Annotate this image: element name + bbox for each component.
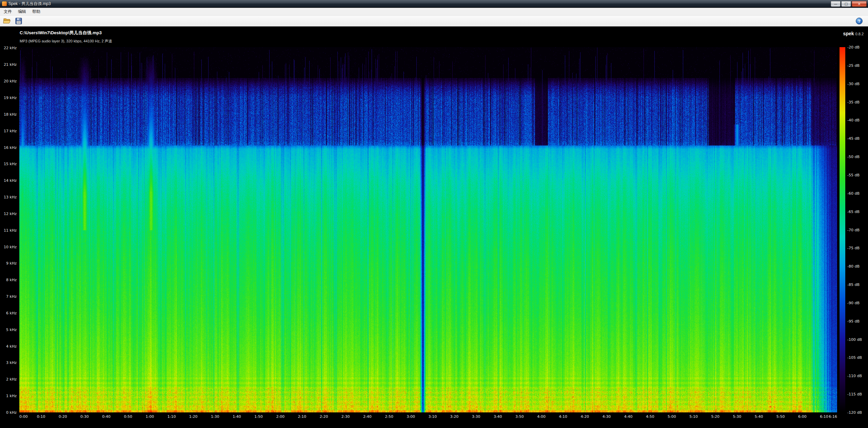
time-axis-label: 5:00 (668, 414, 676, 419)
time-axis-label: 2:40 (363, 414, 372, 419)
db-axis-label: -75 dB (847, 246, 860, 250)
time-axis-label: 0:10 (37, 414, 45, 419)
freq-axis-label: 19 kHz (4, 95, 17, 100)
db-axis-label: -120 dB (847, 410, 862, 415)
freq-axis-label: 0 kHz (6, 410, 17, 415)
freq-axis-label: 4 kHz (6, 344, 17, 348)
db-axis-label: -85 dB (847, 283, 860, 287)
db-axis-label: -110 dB (847, 374, 862, 378)
time-axis-label: 5:20 (711, 414, 719, 419)
maximize-button[interactable]: □ (841, 1, 851, 7)
time-axis-label: 1:00 (146, 414, 154, 419)
time-axis-label: 0:00 (19, 414, 28, 419)
time-axis-label: 0:20 (59, 414, 67, 419)
time-axis-label: 2:30 (341, 414, 350, 419)
time-axis-label: 4:30 (603, 414, 611, 419)
db-axis-label: -45 dB (847, 136, 860, 141)
client-area: C:\Users\Win7\Desktop\男儿当自强.mp3 MP3 (MPE… (0, 26, 868, 428)
file-path-title: C:\Users\Win7\Desktop\男儿当自强.mp3 (20, 30, 102, 36)
time-axis-label: 3:10 (428, 414, 437, 419)
time-axis-label: 3:30 (472, 414, 480, 419)
freq-axis-label: 11 kHz (4, 228, 17, 232)
time-axis-label: 0:30 (80, 414, 89, 419)
freq-axis-label: 7 kHz (6, 294, 17, 299)
save-button[interactable] (14, 16, 24, 25)
close-button[interactable]: × (852, 1, 867, 7)
app-window: Spek - 男儿当自强.mp3 — □ × 文件 编辑 帮助 (0, 0, 868, 428)
time-axis-label: 6:00 (798, 414, 807, 419)
help-icon: ? (856, 18, 863, 24)
db-axis-label: -105 dB (847, 355, 862, 360)
freq-axis-label: 14 kHz (4, 178, 17, 183)
time-axis-label: 3:00 (407, 414, 415, 419)
freq-axis-label: 17 kHz (4, 129, 17, 133)
time-axis-label: 3:40 (494, 414, 502, 419)
freq-axis-label: 20 kHz (4, 79, 17, 83)
time-axis-label: 5:50 (776, 414, 785, 419)
freq-axis-label: 10 kHz (4, 245, 17, 249)
db-axis-label: -20 dB (847, 45, 860, 50)
time-axis-label: 2:20 (320, 414, 328, 419)
db-axis-label: -65 dB (847, 209, 860, 214)
freq-axis-label: 16 kHz (4, 145, 17, 150)
time-axis-label: 2:00 (276, 414, 284, 419)
db-axis-label: -80 dB (847, 264, 860, 269)
freq-axis: 22 kHz21 kHz20 kHz19 kHz18 kHz17 kHz16 k… (0, 47, 18, 412)
window-controls: — □ × (831, 1, 867, 7)
time-axis-label: 3:20 (450, 414, 459, 419)
spectrogram (19, 47, 837, 412)
db-axis-label: -60 dB (847, 191, 860, 195)
time-axis-label: 1:30 (211, 414, 219, 419)
db-axis-label: -95 dB (847, 319, 860, 323)
menu-item-help[interactable]: 帮助 (29, 8, 43, 16)
app-name: spek (843, 31, 854, 36)
freq-axis-label: 18 kHz (4, 112, 17, 116)
menu-item-edit[interactable]: 编辑 (15, 8, 29, 16)
window-title: Spek - 男儿当自强.mp3 (8, 1, 831, 7)
db-axis-label: -70 dB (847, 228, 860, 232)
time-axis-label: 6:16 (829, 414, 837, 419)
freq-axis-label: 8 kHz (6, 278, 17, 282)
db-axis-label: -115 dB (847, 392, 862, 396)
freq-axis-label: 13 kHz (4, 195, 17, 199)
time-axis: 0:000:100:200:300:400:501:001:101:201:30… (19, 414, 837, 420)
time-axis-label: 2:50 (385, 414, 393, 419)
freq-axis-label: 9 kHz (6, 261, 17, 266)
time-axis-label: 4:20 (581, 414, 589, 419)
db-axis-label: -55 dB (847, 173, 860, 177)
open-button[interactable] (2, 16, 12, 25)
db-axis-label: -50 dB (847, 155, 860, 159)
save-icon (15, 17, 22, 25)
time-axis-label: 6:10 (820, 414, 828, 419)
time-axis-label: 5:30 (733, 414, 742, 419)
time-axis-label: 0:50 (124, 414, 132, 419)
toolbar: ? (0, 16, 868, 26)
help-button[interactable]: ? (856, 17, 863, 25)
app-icon (2, 1, 7, 6)
time-axis-label: 1:10 (167, 414, 176, 419)
time-axis-label: 3:50 (515, 414, 524, 419)
freq-axis-label: 3 kHz (6, 361, 17, 365)
legend-gradient (840, 47, 845, 412)
db-axis-label: -25 dB (847, 63, 860, 67)
time-axis-label: 2:10 (298, 414, 307, 419)
freq-axis-label: 21 kHz (4, 62, 17, 67)
time-axis-label: 1:50 (254, 414, 263, 419)
titlebar[interactable]: Spek - 男儿当自强.mp3 — □ × (0, 0, 868, 8)
time-axis-label: 5:10 (689, 414, 698, 419)
menu-item-file[interactable]: 文件 (1, 8, 15, 16)
time-axis-label: 5:40 (755, 414, 763, 419)
file-info-subtitle: MP3 (MPEG audio layer 3), 320 kbps, 4410… (20, 39, 112, 44)
menubar: 文件 编辑 帮助 (0, 8, 868, 16)
time-axis-label: 4:50 (646, 414, 654, 419)
db-axis: -20 dB-25 dB-30 dB-35 dB-40 dB-45 dB-50 … (847, 47, 867, 412)
freq-axis-label: 2 kHz (6, 377, 17, 382)
db-axis-label: -30 dB (847, 81, 860, 86)
minimize-button[interactable]: — (831, 1, 841, 7)
freq-axis-label: 22 kHz (4, 46, 17, 50)
freq-axis-label: 1 kHz (6, 394, 17, 398)
db-axis-label: -35 dB (847, 100, 860, 104)
freq-axis-label: 6 kHz (6, 311, 17, 315)
freq-axis-label: 12 kHz (4, 211, 17, 216)
time-axis-label: 4:00 (537, 414, 546, 419)
